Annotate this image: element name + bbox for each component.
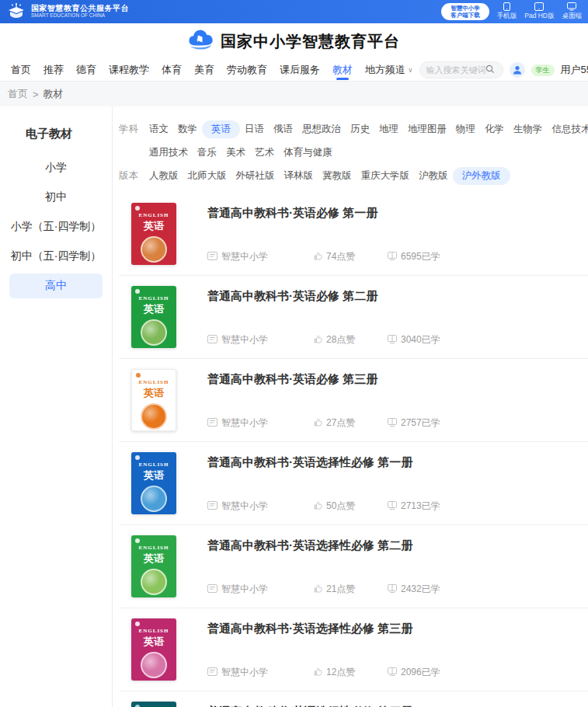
- nav-item-recommend[interactable]: 推荐: [37, 59, 70, 81]
- learned-book-icon: [388, 418, 397, 429]
- subject-chip-math[interactable]: 数学: [173, 120, 202, 138]
- subject-chip-politics[interactable]: 思想政治: [297, 120, 346, 138]
- book-cover[interactable]: ENGLISH 英语: [131, 286, 176, 348]
- subject-chip-russian[interactable]: 俄语: [269, 120, 297, 138]
- nav-item-arts[interactable]: 美育: [188, 59, 221, 81]
- chevron-down-icon: ∨: [408, 66, 413, 74]
- subject-chip-arts[interactable]: 艺术: [250, 144, 279, 162]
- subject-chip-it[interactable]: 信息技术: [548, 120, 588, 138]
- sidebar-item-primary[interactable]: 小学: [9, 155, 103, 180]
- tablet-icon: [534, 2, 544, 11]
- book-title[interactable]: 普通高中教科书·英语必修 第三册: [207, 372, 588, 387]
- subject-chip-physics[interactable]: 物理: [451, 120, 480, 138]
- version-chip-yilin[interactable]: 译林版: [280, 167, 318, 185]
- nav-item-moral[interactable]: 德育: [70, 59, 103, 81]
- thumbs-up-icon[interactable]: [314, 501, 322, 512]
- book-cover[interactable]: ENGLISH 英语: [131, 535, 176, 597]
- breadcrumb-home[interactable]: 首页: [8, 87, 28, 101]
- thumbs-up-icon[interactable]: [314, 418, 322, 429]
- learned-count: 2757已学: [401, 416, 440, 430]
- subject-chip-biology[interactable]: 生物学: [509, 120, 548, 138]
- cover-photo-circle: [141, 403, 167, 430]
- book-row-5: ENGLISH 英语 普通高中教科书·英语选择性必修 第二册 智慧中小学 21点…: [119, 525, 588, 608]
- subject-chip-music[interactable]: 音乐: [193, 144, 221, 162]
- press-logo-icon: [136, 373, 141, 378]
- likes-count: 50点赞: [326, 500, 355, 513]
- version-chip-jijiao[interactable]: 冀教版: [318, 167, 357, 185]
- press-logo-icon: [135, 206, 140, 211]
- subject-chip-english[interactable]: 英语: [202, 120, 240, 138]
- version-chip-pep[interactable]: 人教版: [144, 167, 183, 185]
- cover-photo-circle: [141, 486, 167, 512]
- subject-chip-general-tech[interactable]: 通用技术: [144, 144, 193, 162]
- cloud-logo-icon: [188, 30, 214, 53]
- nav-item-local-channel[interactable]: 地方频道 ∨: [359, 59, 419, 81]
- subject-chip-chemistry[interactable]: 化学: [480, 120, 509, 138]
- subject-chip-pe-health[interactable]: 体育与健康: [279, 144, 337, 162]
- sidebar-title: 电子教材: [26, 127, 112, 141]
- thumbs-up-icon[interactable]: [314, 252, 322, 263]
- thumbs-up-icon[interactable]: [314, 335, 322, 346]
- book-title[interactable]: 普通高中教科书·英语必修 第一册: [207, 206, 588, 221]
- version-filter-label: 版本: [119, 169, 144, 183]
- sidebar-item-junior[interactable]: 初中: [9, 185, 103, 210]
- nav-item-pe[interactable]: 体育: [155, 59, 188, 81]
- nav-item-labor[interactable]: 劳动教育: [221, 59, 273, 81]
- mobile-version-link[interactable]: 手机版: [497, 2, 517, 21]
- learned-count: 2713已学: [401, 500, 440, 513]
- sidebar-item-senior[interactable]: 高中: [9, 273, 103, 298]
- version-chip-hujiao[interactable]: 沪教版: [414, 167, 453, 185]
- subject-chip-japanese[interactable]: 日语: [240, 120, 269, 138]
- user-avatar[interactable]: [510, 62, 525, 78]
- cover-photo-circle: [141, 319, 167, 346]
- nav-item-courses[interactable]: 课程教学: [103, 59, 155, 81]
- search-input[interactable]: [426, 65, 485, 75]
- thumbs-up-icon[interactable]: [314, 584, 322, 595]
- role-badge: 学生: [531, 64, 555, 76]
- phone-icon: [503, 2, 510, 11]
- book-cover[interactable]: ENGLISH 英语: [131, 702, 176, 707]
- book-title[interactable]: 普通高中教科书·英语选择性必修 第一册: [207, 455, 588, 470]
- learned-book-icon: [388, 335, 397, 346]
- book-cover[interactable]: ENGLISH 英语: [131, 618, 176, 681]
- nav-item-afterschool[interactable]: 课后服务: [273, 59, 326, 81]
- subject-chip-art[interactable]: 美术: [221, 144, 250, 162]
- book-cover[interactable]: ENGLISH 英语: [131, 369, 176, 431]
- book-title[interactable]: 普通高中教科书·英语选择性必修 第二册: [207, 538, 588, 553]
- client-download-button[interactable]: 智慧中小学 客户端下载: [441, 3, 489, 20]
- book-row-3: ENGLISH 英语 普通高中教科书·英语必修 第三册 智慧中小学 27点赞 2…: [119, 359, 588, 442]
- press-logo-icon: [135, 289, 140, 294]
- sidebar-item-primary-54[interactable]: 小学（五·四学制）: [9, 214, 103, 239]
- version-chip-fltrp[interactable]: 外研社版: [231, 167, 280, 185]
- subject-chip-geography[interactable]: 地理: [374, 120, 403, 138]
- nav-item-textbooks[interactable]: 教材: [326, 59, 359, 81]
- book-title[interactable]: 普通高中教科书·英语选择性必修 第三册: [207, 622, 588, 636]
- version-chip-huwaijiao[interactable]: 沪外教版: [453, 167, 510, 185]
- book-row-7: ENGLISH 英语 普通高中教科书·英语选择性必修 第四册 智慧中小学 12点…: [119, 691, 588, 707]
- book-row-6: ENGLISH 英语 普通高中教科书·英语选择性必修 第三册 智慧中小学 12点…: [119, 608, 588, 691]
- breadcrumb: 首页 > 教材: [0, 82, 588, 106]
- publisher-icon: [207, 584, 217, 595]
- pad-hd-version-link[interactable]: Pad HD版: [524, 2, 554, 21]
- book-title[interactable]: 普通高中教科书·英语必修 第二册: [207, 289, 588, 304]
- book-cover[interactable]: ENGLISH 英语: [131, 203, 176, 265]
- subject-chip-geo-atlas[interactable]: 地理图册: [403, 120, 451, 138]
- thumbs-up-icon[interactable]: [314, 667, 322, 678]
- subject-chip-history[interactable]: 历史: [346, 120, 374, 138]
- platform-logo[interactable]: 国家智慧教育公共服务平台 SMART EDUCATION OF CHINA: [6, 3, 129, 20]
- desktop-version-link[interactable]: 桌面端: [562, 2, 583, 21]
- book-row-4: ENGLISH 英语 普通高中教科书·英语选择性必修 第一册 智慧中小学 50点…: [119, 442, 588, 525]
- cover-photo-circle: [141, 569, 167, 595]
- sidebar-item-junior-54[interactable]: 初中（五·四学制）: [9, 244, 103, 269]
- book-cover[interactable]: ENGLISH 英语: [131, 452, 176, 514]
- version-chip-bnu[interactable]: 北师大版: [183, 167, 231, 185]
- subject-chip-chinese[interactable]: 语文: [144, 120, 173, 138]
- search-icon[interactable]: [485, 63, 495, 77]
- version-chip-cqu[interactable]: 重庆大学版: [357, 167, 415, 185]
- learned-book-icon: [388, 252, 397, 263]
- search-box[interactable]: [419, 61, 503, 78]
- nav-item-home[interactable]: 首页: [5, 59, 37, 81]
- publisher-label: 智慧中小学: [221, 416, 268, 430]
- publisher-label: 智慧中小学: [221, 666, 268, 679]
- username[interactable]: 用户5562: [561, 63, 588, 77]
